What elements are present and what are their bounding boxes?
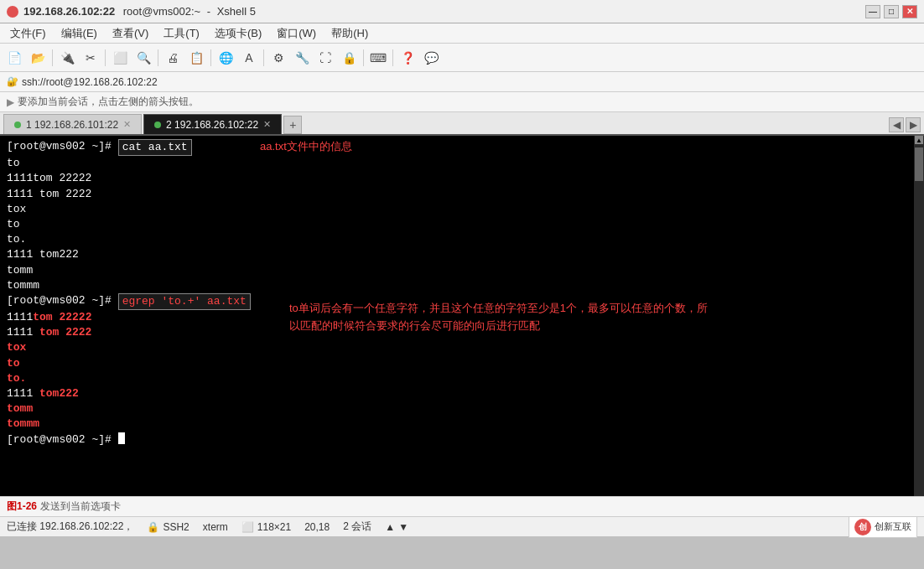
tab-1[interactable]: 1 192.168.26.101:22 ✕ <box>3 114 142 134</box>
reconnect-button[interactable]: 🔌 <box>56 47 78 69</box>
address-bar: 🔐 ssh://root@192.168.26.102:22 <box>0 72 924 92</box>
result-line-8: tommm <box>7 416 907 432</box>
help-button[interactable]: ❓ <box>397 47 418 69</box>
result-line-3: tox <box>7 340 907 355</box>
keyboard-button[interactable]: ⌨ <box>367 47 389 69</box>
prompt-2: [root@vms002 ~]# <box>7 293 118 308</box>
size-status: ⬜ 118×21 <box>241 521 291 533</box>
ssh-text: SSH2 <box>163 521 189 533</box>
session-up-icon[interactable]: ▲ <box>385 521 395 533</box>
fullscreen-button[interactable]: ⛶ <box>314 47 336 69</box>
terminal-line-2: to <box>7 156 907 171</box>
toolbar-separator-2 <box>105 49 106 66</box>
prompt-final: [root@vms002 ~]# <box>7 432 118 447</box>
bottom-bar: 图1-26 发送到当前选项卡 <box>0 496 924 516</box>
cmd-2: egrep 'to.+' aa.txt <box>118 293 251 310</box>
info-bar: ▶ 要添加当前会话，点击左侧的箭头按钮。 <box>0 92 924 112</box>
terminal-line-5: tox <box>7 202 907 217</box>
brand-area: 创 创新互联 <box>849 516 917 538</box>
maximize-button[interactable]: □ <box>884 5 899 18</box>
paste-button[interactable]: 🔍 <box>132 47 154 69</box>
sessions-status: 2 会话 <box>343 520 371 534</box>
menu-view[interactable]: 查看(V) <box>106 24 155 43</box>
bottom-text: 发送到当前选项卡 <box>40 499 121 514</box>
terminal-wrapper: [root@vms002 ~]# cat aa.txt aa.txt文件中的信息… <box>0 136 924 496</box>
menu-file[interactable]: 文件(F) <box>3 24 53 43</box>
xterm-status: xterm <box>203 521 228 533</box>
menu-edit[interactable]: 编辑(E) <box>55 24 104 43</box>
copy-button[interactable]: ⬜ <box>109 47 131 69</box>
session-arrows: ▲ ▼ <box>385 521 408 533</box>
tab-2-dot <box>154 122 161 128</box>
session-down-icon[interactable]: ▼ <box>398 521 408 533</box>
scroll-thumb[interactable] <box>915 147 923 181</box>
brand-text: 创新互联 <box>875 520 911 533</box>
menu-tools[interactable]: 工具(T) <box>157 24 206 43</box>
scroll-up[interactable]: ▲ <box>915 136 923 144</box>
terminal-line-7: to. <box>7 232 907 247</box>
terminal-scrollbar[interactable]: ▲ <box>914 136 924 496</box>
tab-nav-right[interactable]: ▶ <box>906 117 921 132</box>
menu-help[interactable]: 帮助(H) <box>324 24 375 43</box>
bottom-label: 图1-26 <box>7 499 37 514</box>
result-line-7: tomm <box>7 401 907 416</box>
print-button[interactable]: 🖨 <box>162 47 184 69</box>
toolbar-separator-6 <box>363 49 364 66</box>
toolbar: 📄 📂 🔌 ✂ ⬜ 🔍 🖨 📋 🌐 A ⚙ 🔧 ⛶ 🔒 ⌨ ❓ 💬 <box>0 44 924 72</box>
size-icon: ⬜ <box>241 521 254 533</box>
address-icon: 🔐 <box>7 76 18 87</box>
tab-2-label: 2 192.168.26.102:22 <box>166 119 258 131</box>
open-button[interactable]: 📂 <box>27 47 49 69</box>
brand-icon: 创 <box>854 519 871 535</box>
annotation-1: aa.txt文件中的信息 <box>260 139 352 154</box>
title-text: 192.168.26.102:22 root@vms002:~ - Xshell… <box>23 5 865 18</box>
app-icon <box>7 6 18 18</box>
annotation-2-line1: to单词后会有一个任意字符，并且这个任意的字符至少是1个，最多可以任意的个数，所 <box>289 302 708 314</box>
terminal-content[interactable]: [root@vms002 ~]# cat aa.txt aa.txt文件中的信息… <box>0 136 914 496</box>
window-controls: — □ ✕ <box>865 5 917 18</box>
close-button[interactable]: ✕ <box>902 5 917 18</box>
tab-1-label: 1 192.168.26.101:22 <box>26 119 118 131</box>
annotation-2-line2: 以匹配的时候符合要求的行会尽可能的向后进行匹配 <box>289 319 540 332</box>
toolbar-separator-4 <box>210 49 211 66</box>
terminal-line-4: 1111 tom 2222 <box>7 187 907 202</box>
globe-button[interactable]: 🌐 <box>215 47 236 69</box>
toolbar-separator-7 <box>392 49 393 66</box>
tab-1-dot <box>14 122 21 128</box>
tab-2-close[interactable]: ✕ <box>263 119 271 130</box>
cursor <box>118 432 125 444</box>
terminal-final-prompt: [root@vms002 ~]# <box>7 432 907 447</box>
lock-button[interactable]: 🔒 <box>338 47 360 69</box>
plugin2-button[interactable]: 🔧 <box>291 47 313 69</box>
status-bar: 已连接 192.168.26.102:22， 🔒 SSH2 xterm ⬜ 11… <box>0 516 924 536</box>
result-line-4: to <box>7 356 907 371</box>
annotation-2: to单词后会有一个任意字符，并且这个任意的字符至少是1个，最多可以任意的个数，所… <box>289 300 708 335</box>
cmd-1: cat aa.txt <box>118 139 192 156</box>
menu-window[interactable]: 窗口(W) <box>270 24 323 43</box>
toolbar-separator-1 <box>52 49 53 66</box>
print2-button[interactable]: 📋 <box>185 47 207 69</box>
terminal-line-10: tommm <box>7 278 907 293</box>
brand-box: 创 创新互联 <box>849 516 917 538</box>
address-text: ssh://root@192.168.26.102:22 <box>22 76 158 88</box>
toolbar-separator-5 <box>263 49 264 66</box>
ssh-status: 🔒 SSH2 <box>147 521 189 533</box>
info-text: 要添加当前会话，点击左侧的箭头按钮。 <box>18 95 199 109</box>
arrow-icon: ▶ <box>7 96 14 108</box>
menu-tab[interactable]: 选项卡(B) <box>208 24 268 43</box>
new-button[interactable]: 📄 <box>3 47 25 69</box>
xterm-text: xterm <box>203 521 228 533</box>
lock-status-icon: 🔒 <box>147 521 159 533</box>
font-button[interactable]: A <box>238 47 260 69</box>
tab-nav-left[interactable]: ◀ <box>889 117 904 132</box>
tab-2[interactable]: 2 192.168.26.102:22 ✕ <box>143 114 282 134</box>
terminal-line-6: to <box>7 217 907 232</box>
prompt-1: [root@vms002 ~]# <box>7 139 118 154</box>
chat-button[interactable]: 💬 <box>420 47 442 69</box>
terminal-line-1: [root@vms002 ~]# cat aa.txt <box>7 139 907 156</box>
plugin1-button[interactable]: ⚙ <box>267 47 289 69</box>
tab-1-close[interactable]: ✕ <box>123 119 131 130</box>
tab-add-button[interactable]: + <box>283 116 302 134</box>
minimize-button[interactable]: — <box>865 5 880 18</box>
cut-button[interactable]: ✂ <box>80 47 101 69</box>
